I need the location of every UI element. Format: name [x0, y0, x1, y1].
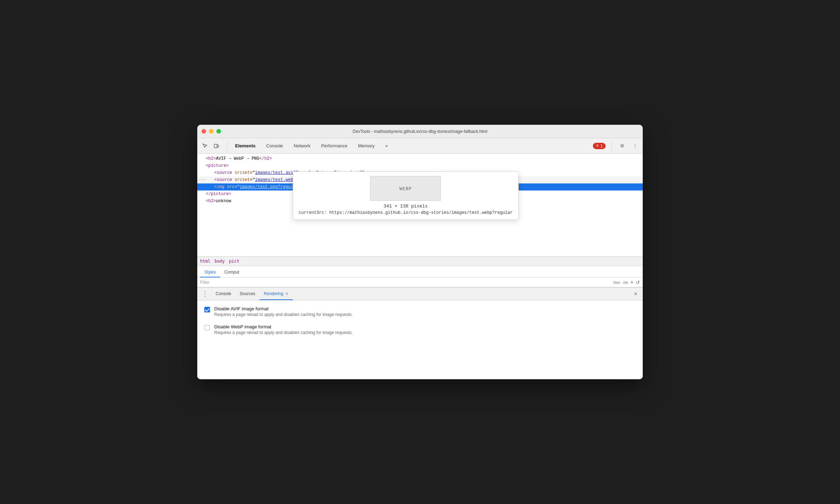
webp-option: Disable WebP image format Requires a pag…: [204, 324, 636, 335]
toolbar-divider: [227, 142, 227, 150]
filter-cls[interactable]: .cls: [622, 280, 628, 285]
webp-option-desc: Requires a page reload to apply and disa…: [214, 330, 353, 335]
more-options-button[interactable]: ⋮: [630, 141, 640, 151]
traffic-lights: [202, 129, 221, 134]
inspect-icon[interactable]: [200, 141, 210, 151]
ellipsis: ···: [199, 177, 206, 183]
tab-memory[interactable]: Memory: [353, 141, 380, 151]
svg-rect-1: [217, 145, 218, 147]
gear-icon: ⚙: [620, 143, 624, 148]
attr-name: srcset: [235, 177, 250, 182]
avif-checkbox[interactable]: [204, 307, 210, 312]
toolbar-icons: [200, 141, 221, 151]
error-icon: ✕: [596, 143, 599, 148]
device-icon[interactable]: [211, 141, 221, 151]
drawer-tab-sources-label: Sources: [240, 291, 255, 296]
drawer-tab-rendering-label: Rendering: [264, 291, 283, 296]
tag: <h2>: [206, 156, 216, 161]
breadcrumb-html[interactable]: html: [200, 259, 210, 264]
text-content: unknow: [216, 199, 231, 204]
tab-performance[interactable]: Performance: [316, 141, 352, 151]
tab-styles[interactable]: Styles: [200, 268, 220, 277]
tab-console[interactable]: Console: [261, 141, 288, 151]
webp-checkbox[interactable]: [204, 325, 210, 330]
text-content: AVIF → WebP → PNG: [216, 156, 259, 161]
avif-option: Disable AVIF image format Requires a pag…: [204, 306, 636, 317]
image-tooltip: WEBP 341 × 138 pixels currentSrc: https:…: [293, 171, 519, 220]
tag: <h2>: [206, 199, 216, 204]
tag: <picture>: [206, 163, 229, 168]
tab-computed[interactable]: Comput: [220, 268, 244, 277]
fullscreen-button[interactable]: [216, 129, 221, 134]
drawer-tab-console[interactable]: Console: [211, 288, 235, 300]
tag: <img: [214, 184, 224, 189]
error-badge[interactable]: ✕ 1: [593, 143, 606, 149]
breadcrumb: html body pict: [197, 256, 643, 266]
attr-value-link[interactable]: images/test.png?regular: [240, 184, 298, 189]
tooltip-src: currentSrc: https://mathiasbynens.github…: [299, 210, 513, 215]
tag: </picture>: [206, 192, 231, 197]
tooltip-preview: WEBP: [370, 176, 441, 201]
drawer-tabs-bar: ⋮ Console Sources Rendering × ×: [197, 288, 643, 300]
toolbar: Elements Console Network Performance Mem…: [197, 138, 643, 154]
equals: =": [235, 184, 240, 189]
filter-hov[interactable]: :hov: [613, 280, 620, 285]
toolbar-divider-2: [611, 142, 612, 150]
breadcrumb-body[interactable]: body: [215, 259, 225, 264]
filter-label: Filter: [200, 280, 210, 285]
titlebar: DevTools - mathiasbynens.github.io/css-d…: [197, 125, 643, 138]
tooltip-image-label: WEBP: [399, 186, 412, 191]
webp-option-label: Disable WebP image format: [214, 324, 353, 329]
drawer-tab-close[interactable]: ×: [285, 291, 288, 296]
attr-name: src: [227, 184, 235, 189]
drawer-menu-button[interactable]: ⋮: [200, 289, 210, 299]
tag: <source: [214, 177, 232, 182]
breadcrumb-picture[interactable]: pict: [229, 259, 239, 264]
elements-line[interactable]: <picture>: [197, 162, 643, 169]
styles-section: Styles Comput Filter :hov .cls + ↺: [197, 266, 643, 287]
equals: =": [250, 170, 255, 175]
webp-option-text: Disable WebP image format Requires a pag…: [214, 324, 353, 335]
drawer-tab-rendering[interactable]: Rendering ×: [259, 288, 293, 300]
devtools-panel: Elements Console Network Performance Mem…: [197, 138, 643, 379]
drawer-tabs: Console Sources Rendering ×: [210, 288, 293, 300]
tab-network[interactable]: Network: [289, 141, 316, 151]
tooltip-size: 341 × 138 pixels: [299, 204, 513, 209]
tooltip-src-label: currentSrc:: [299, 210, 327, 215]
avif-option-label: Disable AVIF image format: [214, 306, 353, 311]
main-content: <h2>AVIF → WebP → PNG</h2> <picture> <so…: [197, 154, 643, 379]
elements-panel: <h2>AVIF → WebP → PNG</h2> <picture> <so…: [197, 154, 643, 256]
equals: =": [250, 177, 255, 182]
styles-filter: Filter :hov .cls + ↺: [197, 277, 643, 287]
window-title: DevTools - mathiasbynens.github.io/css-d…: [353, 129, 488, 134]
minimize-button[interactable]: [209, 129, 214, 134]
filter-right: :hov .cls + ↺: [613, 279, 640, 286]
tab-elements[interactable]: Elements: [230, 141, 261, 151]
tab-more[interactable]: »: [380, 141, 393, 151]
svg-rect-0: [214, 144, 217, 148]
filter-refresh[interactable]: ↺: [636, 280, 640, 285]
nav-tabs: Elements Console Network Performance Mem…: [230, 141, 393, 151]
tag-close: </h2>: [259, 156, 272, 161]
avif-option-desc: Requires a page reload to apply and disa…: [214, 312, 353, 317]
avif-option-text: Disable AVIF image format Requires a pag…: [214, 306, 353, 317]
styles-tabs: Styles Comput: [197, 266, 643, 277]
close-button[interactable]: [202, 129, 206, 134]
elements-line[interactable]: <h2>AVIF → WebP → PNG</h2>: [197, 155, 643, 162]
tooltip-src-url: https://mathiasbynens.github.io/css-dbg-…: [329, 210, 512, 215]
filter-add[interactable]: +: [630, 279, 634, 286]
error-count: 1: [600, 143, 603, 148]
bottom-drawer: ⋮ Console Sources Rendering × ×: [197, 287, 643, 379]
kebab-icon: ⋮: [633, 143, 637, 148]
drawer-close-button[interactable]: ×: [631, 290, 640, 298]
attr-name: srcset: [235, 170, 250, 175]
rendering-panel: Disable AVIF image format Requires a pag…: [197, 300, 643, 379]
tag: <source: [214, 170, 232, 175]
drawer-tab-console-label: Console: [216, 291, 231, 296]
settings-button[interactable]: ⚙: [617, 141, 627, 151]
devtools-window: DevTools - mathiasbynens.github.io/css-d…: [197, 125, 643, 379]
drawer-tab-sources[interactable]: Sources: [235, 288, 259, 300]
toolbar-right: ✕ 1 ⚙ ⋮: [593, 141, 640, 151]
